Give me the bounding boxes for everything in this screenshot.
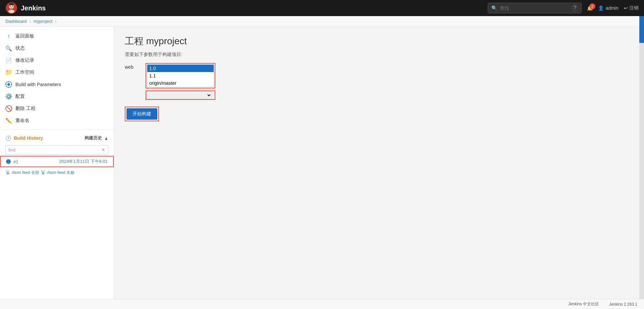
logout-icon: ↩: [624, 5, 628, 11]
build-search[interactable]: ✕: [5, 145, 108, 154]
sidebar-label-delete: 删除 工程: [15, 106, 36, 112]
gear-icon: ⚙️: [5, 93, 12, 100]
user-section[interactable]: 👤 admin: [598, 5, 619, 11]
sidebar-label-back: 返回面板: [15, 33, 34, 39]
sidebar-item-delete[interactable]: 🚫 删除 工程: [0, 103, 114, 115]
param-select[interactable]: 1.0 1.1 origin/master: [147, 64, 214, 87]
main-content: 工程 myproject 需要如下参数用于构建项目: web 1.0 1.1 o…: [114, 27, 644, 308]
param-form: web 1.0 1.1 origin/master: [125, 63, 633, 121]
option-1.1[interactable]: 1.1: [147, 72, 214, 79]
option-1.0[interactable]: 1.0: [147, 65, 214, 72]
header-title: Jenkins: [21, 4, 46, 12]
build-history-label-cn: 构建历史: [85, 135, 102, 141]
sidebar-label-rename: 重命名: [15, 118, 30, 124]
sidebar-label-status: 状态: [15, 45, 25, 51]
sidebar-label-changelog: 修改记录: [15, 57, 34, 63]
delete-icon: 🚫: [5, 105, 12, 112]
notification-badge: 2: [589, 3, 595, 9]
param-second-select-wrapper: [146, 90, 215, 100]
atom-feeds: 📡 Atom feed 全部 📡 Atom feed 失败: [0, 167, 114, 178]
sidebar-item-workspace[interactable]: 📁 工作空间: [0, 66, 114, 78]
build-history-label: Build History: [14, 135, 43, 141]
param-select-wrapper: 1.0 1.1 origin/master: [146, 63, 215, 88]
footer-community: Jenkins 中文社区: [568, 301, 599, 307]
breadcrumb-sep1: ›: [30, 19, 31, 24]
option-origin-master[interactable]: origin/master: [147, 79, 214, 87]
page-title: 工程 myproject: [125, 35, 633, 48]
feed-icon2: 📡: [41, 170, 46, 176]
sidebar-divider: [0, 129, 114, 130]
header: Jenkins 🔍 ? 🔔 2 👤 admin ↩ 注销: [0, 0, 644, 16]
build-icon: [5, 81, 12, 88]
scrollbar-thumb[interactable]: [639, 16, 644, 43]
build-history-right: 构建历史 ▲: [85, 135, 108, 141]
document-icon: 📄: [5, 57, 12, 64]
sidebar-item-build-with-params[interactable]: Build with Parameters: [0, 78, 114, 90]
layout: ↑ 返回面板 🔍 状态 📄 修改记录 📁 工作空间: [0, 27, 644, 308]
build-search-clear[interactable]: ✕: [99, 145, 108, 154]
sidebar-item-back-dashboard[interactable]: ↑ 返回面板: [0, 30, 114, 42]
logout-label: 注销: [629, 5, 639, 11]
arrow-up-icon: ↑: [5, 33, 12, 40]
search-box[interactable]: 🔍 ?: [488, 3, 582, 13]
sidebar-item-configure[interactable]: ⚙️ 配置: [0, 90, 114, 103]
footer-version: Jenkins 2.263.1: [609, 302, 637, 307]
sidebar: ↑ 返回面板 🔍 状态 📄 修改记录 📁 工作空间: [0, 27, 114, 308]
param-second-select[interactable]: [146, 91, 212, 99]
search-input[interactable]: [500, 5, 569, 11]
sidebar-label-configure: 配置: [15, 94, 25, 100]
sidebar-item-changelog[interactable]: 📄 修改记录: [0, 54, 114, 66]
breadcrumb-dashboard[interactable]: Dashboard: [5, 19, 27, 24]
atom-feed-all[interactable]: Atom feed 全部: [12, 170, 39, 176]
build-search-input[interactable]: [6, 146, 99, 154]
sidebar-label-workspace: 工作空间: [15, 69, 34, 75]
clock-icon: 🕐: [5, 135, 11, 141]
rename-icon: ✏️: [5, 117, 12, 124]
sidebar-item-status[interactable]: 🔍 状态: [0, 42, 114, 54]
search-icon-sidebar: 🔍: [5, 45, 12, 52]
right-scrollbar[interactable]: [639, 16, 644, 299]
svg-point-4: [12, 6, 13, 7]
svg-point-3: [10, 6, 11, 7]
svg-point-7: [7, 83, 10, 86]
logout-section[interactable]: ↩ 注销: [624, 5, 639, 11]
sidebar-item-rename[interactable]: ✏️ 重命名: [0, 115, 114, 127]
param-row: web 1.0 1.1 origin/master: [125, 63, 633, 100]
help-icon[interactable]: ?: [572, 4, 578, 12]
feed-icon1: 📡: [5, 170, 10, 176]
build-history-left: 🕐 Build History: [5, 135, 43, 141]
search-icon: 🔍: [491, 5, 497, 11]
build-item-link[interactable]: #1: [13, 159, 18, 164]
build-item-time[interactable]: 2024年1月11日 下午6:01: [59, 159, 108, 165]
header-left: Jenkins: [5, 2, 46, 14]
build-button-wrapper: 开始构建: [125, 107, 159, 121]
jenkins-logo: [5, 2, 17, 14]
username: admin: [606, 5, 619, 11]
folder-icon: 📁: [5, 69, 12, 76]
footer: Jenkins 中文社区 Jenkins 2.263.1: [0, 299, 644, 309]
breadcrumb: Dashboard › myproject ›: [0, 16, 644, 27]
atom-feed-fail[interactable]: Atom feed 失败: [47, 170, 74, 176]
notification-bell[interactable]: 🔔 2: [587, 5, 593, 11]
build-item[interactable]: #1 2024年1月11日 下午6:01: [0, 156, 114, 167]
breadcrumb-sep2: ›: [55, 19, 56, 24]
svg-rect-5: [9, 3, 13, 5]
sidebar-label-build-with-params: Build with Parameters: [15, 82, 61, 87]
param-label: web: [125, 63, 142, 70]
build-history-header: 🕐 Build History 构建历史 ▲: [0, 132, 114, 144]
build-status-dot: [6, 159, 11, 164]
start-build-button[interactable]: 开始构建: [126, 108, 157, 120]
collapse-icon[interactable]: ▲: [104, 136, 108, 141]
header-right: 🔍 ? 🔔 2 👤 admin ↩ 注销: [488, 3, 639, 13]
svg-point-2: [8, 10, 14, 13]
user-icon: 👤: [598, 5, 604, 11]
breadcrumb-project[interactable]: myproject: [34, 19, 52, 24]
page-subtitle: 需要如下参数用于构建项目:: [125, 52, 633, 58]
